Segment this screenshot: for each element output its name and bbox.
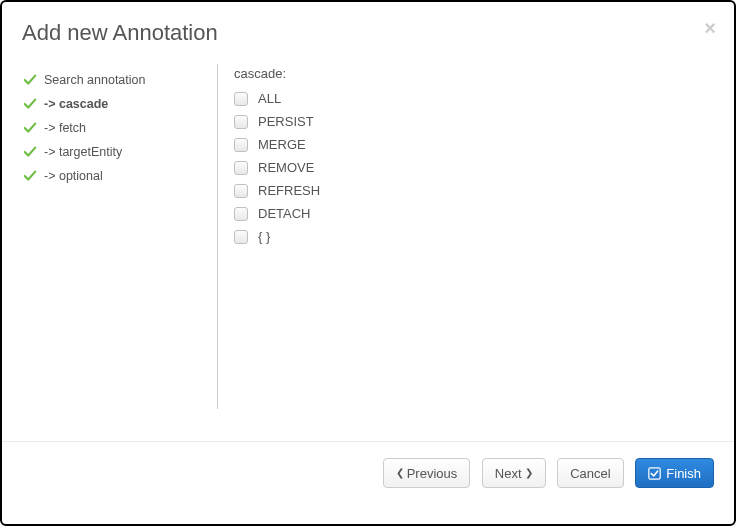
check-icon [22,72,38,88]
wizard-step-label: -> targetEntity [44,145,122,159]
dialog-title: Add new Annotation [22,20,714,46]
check-icon [22,120,38,136]
button-label: Finish [666,466,701,481]
cascade-option-remove[interactable]: REMOVE [234,156,714,179]
modal-body: Search annotation -> cascade -> fetch ->… [2,56,734,441]
button-label: Cancel [570,466,610,481]
checkbox-icon[interactable] [234,138,248,152]
button-label: Next [495,466,522,481]
chevron-left-icon: ❮ [396,468,404,478]
wizard-step-label: -> optional [44,169,103,183]
wizard-content: cascade: ALL PERSIST MERGE REMOVE REFRES… [217,64,714,409]
checkbox-check-icon [648,467,661,480]
cancel-button[interactable]: Cancel [557,458,623,488]
checkbox-icon[interactable] [234,115,248,129]
chevron-right-icon: ❯ [525,468,533,478]
checkbox-label: MERGE [258,137,306,152]
checkbox-icon[interactable] [234,184,248,198]
cascade-option-all[interactable]: ALL [234,87,714,110]
cascade-options-list: ALL PERSIST MERGE REMOVE REFRESH DETACH [234,87,714,248]
wizard-step-fetch[interactable]: -> fetch [22,116,217,140]
checkbox-label: DETACH [258,206,310,221]
check-icon [22,144,38,160]
wizard-step-label: -> cascade [44,97,108,111]
cascade-field-label: cascade: [234,66,714,81]
checkbox-label: { } [258,229,270,244]
finish-button[interactable]: Finish [635,458,714,488]
checkbox-label: ALL [258,91,281,106]
modal-footer: ❮ Previous Next ❯ Cancel Finish [2,441,734,504]
checkbox-label: REFRESH [258,183,320,198]
checkbox-icon[interactable] [234,230,248,244]
previous-button[interactable]: ❮ Previous [383,458,471,488]
next-button[interactable]: Next ❯ [482,458,546,488]
button-label: Previous [407,466,458,481]
check-icon [22,168,38,184]
wizard-step-optional[interactable]: -> optional [22,164,217,188]
cascade-option-detach[interactable]: DETACH [234,202,714,225]
close-icon[interactable]: × [704,18,716,38]
cascade-option-refresh[interactable]: REFRESH [234,179,714,202]
modal-header: Add new Annotation × [2,2,734,56]
cascade-option-empty[interactable]: { } [234,225,714,248]
wizard-step-label: -> fetch [44,121,86,135]
checkbox-label: REMOVE [258,160,314,175]
checkbox-icon[interactable] [234,207,248,221]
cascade-option-persist[interactable]: PERSIST [234,110,714,133]
checkbox-label: PERSIST [258,114,314,129]
wizard-step-label: Search annotation [44,73,145,87]
wizard-step-search-annotation[interactable]: Search annotation [22,68,217,92]
wizard-step-target-entity[interactable]: -> targetEntity [22,140,217,164]
checkbox-icon[interactable] [234,161,248,175]
check-icon [22,96,38,112]
wizard-steps: Search annotation -> cascade -> fetch ->… [22,64,217,431]
cascade-option-merge[interactable]: MERGE [234,133,714,156]
checkbox-icon[interactable] [234,92,248,106]
wizard-step-cascade[interactable]: -> cascade [22,92,217,116]
